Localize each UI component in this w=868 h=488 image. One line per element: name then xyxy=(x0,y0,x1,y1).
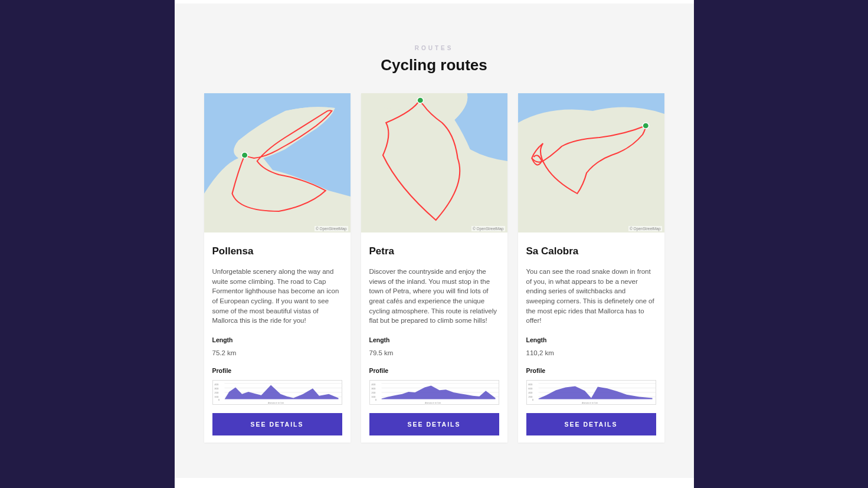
svg-point-13 xyxy=(417,97,423,103)
profile-label: Profile xyxy=(526,367,656,374)
svg-text:600: 600 xyxy=(528,388,533,391)
section-header: ROUTES Cycling routes xyxy=(175,4,694,93)
route-card-pollensa: © OpenStreetMap Pollensa Unforgetable sc… xyxy=(204,93,351,443)
length-value: 110,2 km xyxy=(526,349,656,356)
svg-text:200: 200 xyxy=(528,395,533,398)
route-title: Sa Calobra xyxy=(526,245,656,257)
route-description: Discover the countryside and enjoy the v… xyxy=(369,267,499,326)
route-cards: © OpenStreetMap Pollensa Unforgetable sc… xyxy=(175,93,694,478)
section-title: Cycling routes xyxy=(175,56,694,74)
route-title: Pollensa xyxy=(212,245,342,257)
svg-text:800: 800 xyxy=(528,383,533,386)
svg-point-1 xyxy=(241,152,248,158)
svg-text:100: 100 xyxy=(214,395,219,398)
see-details-button[interactable]: SEE DETAILS xyxy=(526,413,656,435)
route-description: You can see the road snake down in front… xyxy=(526,267,656,326)
svg-text:0: 0 xyxy=(375,399,376,402)
footer-section xyxy=(175,478,694,488)
svg-text:200: 200 xyxy=(214,391,219,394)
map-attribution: © OpenStreetMap xyxy=(628,226,661,231)
length-label: Length xyxy=(212,336,342,343)
svg-text:distance in km: distance in km xyxy=(267,401,284,404)
svg-text:200: 200 xyxy=(371,391,376,394)
svg-text:300: 300 xyxy=(371,388,376,391)
route-card-sa-calobra: © OpenStreetMap Sa Calobra You can see t… xyxy=(518,93,664,443)
length-label: Length xyxy=(526,336,656,343)
svg-text:300: 300 xyxy=(214,388,219,391)
profile-label: Profile xyxy=(369,367,499,374)
route-title: Petra xyxy=(369,245,499,257)
svg-text:distance in km: distance in km xyxy=(581,401,598,404)
route-description: Unforgetable scenery along the way and w… xyxy=(212,267,342,326)
svg-text:100: 100 xyxy=(371,395,376,398)
page: ROUTES Cycling routes © OpenStreetMap xyxy=(175,0,694,488)
svg-text:400: 400 xyxy=(371,383,376,386)
route-card-petra: © OpenStreetMap Petra Discover the count… xyxy=(361,93,507,443)
profile-label: Profile xyxy=(212,367,342,374)
svg-text:400: 400 xyxy=(528,391,533,394)
elevation-profile: 400 300 200 100 0 distance in km xyxy=(369,380,499,405)
svg-text:0: 0 xyxy=(532,399,533,402)
see-details-button[interactable]: SEE DETAILS xyxy=(212,413,342,435)
section-eyebrow: ROUTES xyxy=(175,45,694,51)
length-label: Length xyxy=(369,336,499,343)
map-attribution: © OpenStreetMap xyxy=(471,226,505,231)
svg-text:400: 400 xyxy=(214,383,219,386)
svg-text:distance in km: distance in km xyxy=(424,401,441,404)
svg-text:0: 0 xyxy=(218,399,220,402)
card-body: Pollensa Unforgetable scenery along the … xyxy=(204,232,351,443)
elevation-profile: 800 600 400 200 0 distance in km xyxy=(526,380,656,405)
length-value: 75.2 km xyxy=(212,349,342,356)
length-value: 79.5 km xyxy=(369,349,499,356)
card-body: Petra Discover the countryside and enjoy… xyxy=(361,232,507,443)
route-map[interactable]: © OpenStreetMap xyxy=(204,93,351,232)
elevation-profile: 400 300 200 100 0 distance in km xyxy=(212,380,342,405)
map-attribution: © OpenStreetMap xyxy=(315,226,348,231)
svg-point-25 xyxy=(643,123,649,129)
card-body: Sa Calobra You can see the road snake do… xyxy=(518,232,664,443)
see-details-button[interactable]: SEE DETAILS xyxy=(369,413,499,435)
route-map[interactable]: © OpenStreetMap xyxy=(518,93,664,232)
route-map[interactable]: © OpenStreetMap xyxy=(361,93,507,232)
